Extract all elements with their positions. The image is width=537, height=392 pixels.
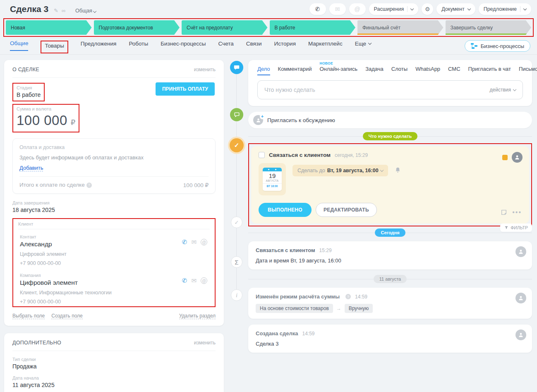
composer-tab-comment[interactable]: Комментарий <box>278 66 312 72</box>
calendar-tile[interactable]: 19 АВГУСТА ВТ 16:00 <box>259 163 286 195</box>
client-section-label: Клиент <box>18 221 210 229</box>
start-date-value[interactable]: 11 августа 2025 <box>12 382 216 388</box>
create-field-link[interactable]: Создать поле <box>51 313 83 319</box>
calendar-month: АВГУСТА <box>263 179 282 182</box>
funnel-icon <box>504 226 508 230</box>
close-date-value[interactable]: 18 августа 2025 <box>12 207 216 213</box>
pipeline-stage-inprogress[interactable]: В работе <box>270 20 356 35</box>
mail-company-icon[interactable]: ✉ <box>191 277 197 284</box>
mail-button[interactable]: ✉ <box>329 3 346 15</box>
avatar[interactable] <box>512 152 523 163</box>
invite-discussion-label: Пригласить к обсуждению <box>267 117 335 123</box>
settings-button[interactable]: ⚙ <box>422 3 433 15</box>
tab-general[interactable]: Общие <box>10 40 28 51</box>
proposal-dropdown[interactable]: Предложение <box>479 3 531 15</box>
comment-rail-icon <box>230 108 243 121</box>
deadline-dropdown[interactable]: Сделать до Вт, 19 августа, 16:00 <box>292 165 388 176</box>
task-done-button[interactable]: ВЫПОЛНЕНО <box>259 203 312 217</box>
entry-time: 14:59 <box>355 294 367 300</box>
pipeline-category-dropdown[interactable]: Общая <box>75 8 96 14</box>
help-icon[interactable]: ? <box>345 294 351 299</box>
composer-tab-sms[interactable]: СМС <box>448 66 460 72</box>
stage-field[interactable]: Стадия В работе <box>12 83 45 101</box>
calendar-day: 19 <box>263 172 282 179</box>
task-title[interactable]: Связаться с клиентом <box>269 152 331 158</box>
payment-add-link[interactable]: Добавить <box>19 165 43 171</box>
info-rail-icon: i <box>231 289 242 301</box>
tab-quotes[interactable]: Предложения <box>81 41 117 51</box>
task-edit-button[interactable]: РЕДАКТИРОВАТЬ <box>316 203 377 217</box>
composer-tab-slots[interactable]: Слоты <box>391 66 408 72</box>
composer-tab-task[interactable]: Задача <box>365 66 384 72</box>
pipeline-stage-prepay[interactable]: Счёт на предоплату <box>182 20 268 35</box>
note-icon[interactable] <box>501 209 507 216</box>
more-options-icon[interactable]: ••• <box>512 209 522 216</box>
phone-button[interactable]: ✆ <box>309 3 326 15</box>
company-name[interactable]: Цифровой элемент <box>20 279 208 286</box>
composer-tab-booking[interactable]: НОВОЕОнлайн-запись <box>319 66 357 72</box>
about-edit-link[interactable]: изменить <box>194 67 216 72</box>
person-icon <box>514 154 520 160</box>
delete-section-link[interactable]: Удалить раздел <box>179 313 216 319</box>
tab-links[interactable]: Связи <box>246 41 262 51</box>
amount-field[interactable]: Сумма и валюта 100 000 ₽ <box>12 104 79 132</box>
composer-tab-whatsapp[interactable]: WhatsApp <box>415 66 440 72</box>
mail-contact-icon[interactable]: ✉ <box>191 238 197 246</box>
company-info: Клиент, Информационные технологии <box>20 290 208 296</box>
task-checkbox[interactable] <box>259 152 265 158</box>
tab-history[interactable]: История <box>274 41 296 51</box>
copy-link-icon[interactable]: ∞ <box>62 7 65 14</box>
extensions-dropdown[interactable]: Расширения <box>369 3 419 15</box>
deal-type-value[interactable]: Продажа <box>12 363 216 370</box>
tab-products[interactable]: Товары <box>41 41 68 53</box>
company-phone[interactable]: +7 900 000-00-00 <box>20 299 208 305</box>
close-date-label: Дата завершения <box>12 200 216 205</box>
bell-icon[interactable] <box>395 167 401 175</box>
filter-button[interactable]: ФИЛЬТР <box>500 224 532 232</box>
additional-card: ДОПОЛНИТЕЛЬНО изменить Тип сделки Продаж… <box>4 333 224 392</box>
call-company-icon[interactable]: ✆ <box>182 277 187 284</box>
avatar[interactable] <box>515 329 526 340</box>
pipeline-stage-final-invoice[interactable]: Финальный счёт <box>357 20 444 35</box>
contact-name[interactable]: Александр <box>20 240 208 248</box>
tab-invoices[interactable]: Счета <box>218 41 234 51</box>
accept-payment-button[interactable]: ПРИНЯТЬ ОПЛАТУ <box>156 82 215 96</box>
composer-input[interactable] <box>264 87 490 93</box>
phone-icon: ✆ <box>315 6 320 12</box>
composer-tab-activity[interactable]: Дело <box>257 66 270 75</box>
additional-edit-link[interactable]: изменить <box>194 340 216 346</box>
avatar[interactable] <box>515 246 526 257</box>
composer-tab-bar: Дело Комментарий НОВОЕОнлайн-запись Зада… <box>257 66 523 77</box>
new-badge: НОВОЕ <box>319 61 333 65</box>
avatar[interactable] <box>515 293 526 303</box>
chat-bubble-icon <box>233 65 240 71</box>
contact-phone[interactable]: +7 900 000-00-00 <box>20 260 208 266</box>
composer-actions-dropdown[interactable]: действия <box>490 87 516 93</box>
tab-robots[interactable]: Роботы <box>129 41 148 51</box>
edit-title-icon[interactable]: ✎ <box>54 7 58 14</box>
bizproc-button[interactable]: Бизнес-процессы <box>465 40 530 52</box>
tab-bizproc[interactable]: Бизнес-процессы <box>161 41 206 51</box>
help-icon[interactable]: ? <box>86 183 92 188</box>
tab-more[interactable]: Еще <box>355 41 371 51</box>
payment-box-title: Оплата и доставка <box>19 144 209 150</box>
pipeline-stage-docs[interactable]: Подготовка документов <box>94 20 180 35</box>
at-button[interactable]: @ <box>349 3 366 15</box>
pipeline-stage-new[interactable]: Новая <box>6 20 92 35</box>
about-deal-card: О СДЕЛКЕ изменить Стадия В работе Сумма … <box>4 60 224 326</box>
invite-discussion-row[interactable]: + Пригласить к обсуждению <box>248 112 532 128</box>
contact-label: Контакт <box>20 234 208 239</box>
at-contact-icon[interactable]: @ <box>201 239 207 245</box>
entry-title[interactable]: Связаться с клиентом <box>256 247 315 253</box>
call-contact-icon[interactable]: ✆ <box>182 238 187 246</box>
amount-currency: ₽ <box>71 118 75 127</box>
payment-box-hint: Здесь будет информация об оплатах и дост… <box>19 154 209 161</box>
document-dropdown[interactable]: Документ <box>436 3 475 15</box>
at-company-icon[interactable]: @ <box>201 277 207 284</box>
deal-tab-bar: Общие Товары Предложения Роботы Бизнес-п… <box>10 40 371 51</box>
composer-tab-letter[interactable]: Письмо <box>519 66 537 72</box>
tab-marketplace[interactable]: Маркетплейс <box>308 41 343 51</box>
pipeline-stage-close[interactable]: Завершить сделку <box>446 20 532 35</box>
select-field-link[interactable]: Выбрать поле <box>12 313 45 319</box>
composer-tab-invite-chat[interactable]: Пригласить в чат <box>468 66 511 72</box>
